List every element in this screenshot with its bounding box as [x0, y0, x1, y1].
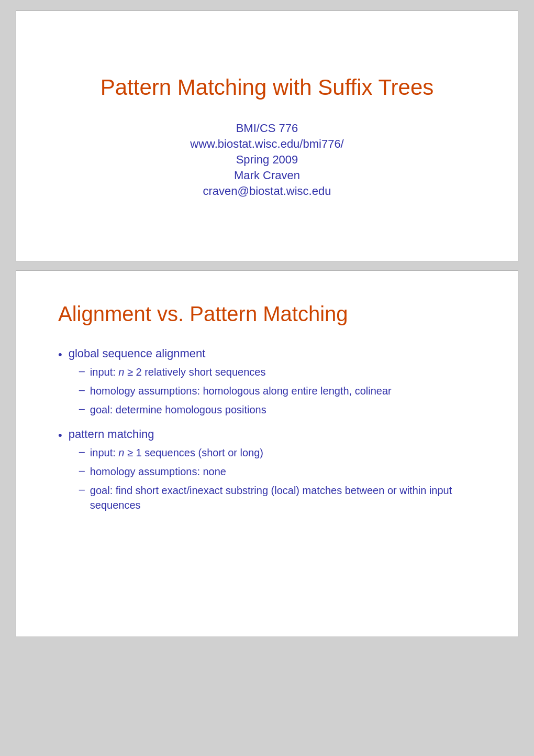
sub-list-2: – input: n ≥ 1 sequences (short or long)…: [69, 445, 476, 512]
bullet-content-1: global sequence alignment – input: n ≥ 2…: [69, 347, 476, 417]
sub-item-1-2: – homology assumptions: homologous along…: [79, 384, 476, 398]
sub-item-1-1: – input: n ≥ 2 relatively short sequence…: [79, 365, 476, 379]
sub-dash-2-1: –: [79, 446, 85, 458]
slide-1-info: BMI/CS 776 www.biostat.wisc.edu/bmi776/ …: [190, 122, 343, 198]
sub-dash-1-3: –: [79, 403, 85, 415]
instructor-name: Mark Craven: [234, 169, 300, 182]
sub-dash-1-2: –: [79, 384, 85, 396]
course-code: BMI/CS 776: [236, 122, 298, 135]
sub-text-2-1: input: n ≥ 1 sequences (short or long): [90, 445, 263, 460]
bullet-content-2: pattern matching – input: n ≥ 1 sequence…: [69, 428, 476, 512]
sub-list-1: – input: n ≥ 2 relatively short sequence…: [69, 365, 476, 417]
sub-text-1-1: input: n ≥ 2 relatively short sequences: [90, 365, 266, 379]
bullet-dot-2: •: [58, 429, 62, 442]
sub-item-2-3: – goal: find short exact/inexact substri…: [79, 483, 476, 512]
slide-2: Alignment vs. Pattern Matching • global …: [16, 270, 518, 637]
bullet-label-2: pattern matching: [69, 428, 476, 441]
sub-item-1-3: – goal: determine homologous positions: [79, 402, 476, 417]
slide-1: Pattern Matching with Suffix Trees BMI/C…: [16, 10, 518, 262]
sub-text-2-2: homology assumptions: none: [90, 464, 226, 479]
semester: Spring 2009: [236, 153, 298, 167]
slide-2-title: Alignment vs. Pattern Matching: [58, 302, 476, 326]
sub-dash-1-1: –: [79, 365, 85, 377]
sub-item-2-2: – homology assumptions: none: [79, 464, 476, 479]
course-website: www.biostat.wisc.edu/bmi776/: [190, 137, 343, 151]
sub-dash-2-2: –: [79, 465, 85, 477]
sub-dash-2-3: –: [79, 484, 85, 496]
bullet-list: • global sequence alignment – input: n ≥…: [58, 347, 476, 512]
sub-text-1-3: goal: determine homologous positions: [90, 402, 266, 417]
bullet-label-1: global sequence alignment: [69, 347, 476, 360]
bullet-dot-1: •: [58, 348, 62, 361]
slide-1-title: Pattern Matching with Suffix Trees: [101, 74, 434, 101]
bullet-item-2: • pattern matching – input: n ≥ 1 sequen…: [58, 428, 476, 512]
bullet-item-1: • global sequence alignment – input: n ≥…: [58, 347, 476, 417]
sub-item-2-1: – input: n ≥ 1 sequences (short or long): [79, 445, 476, 460]
instructor-email: craven@biostat.wisc.edu: [203, 184, 331, 198]
sub-text-2-3: goal: find short exact/inexact substring…: [90, 483, 476, 512]
sub-text-1-2: homology assumptions: homologous along e…: [90, 384, 392, 398]
